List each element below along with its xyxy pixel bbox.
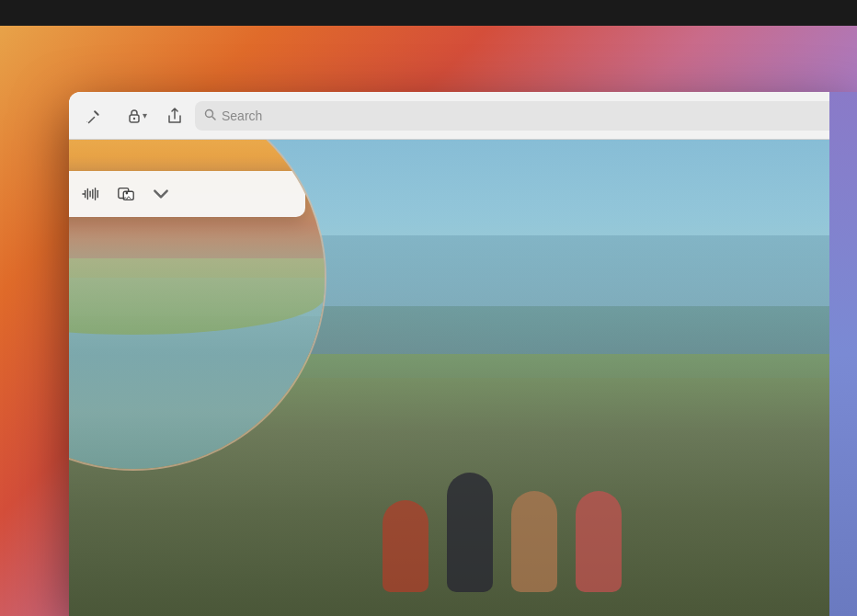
magnifier-circle: Aa <box>69 140 326 471</box>
person-1 <box>383 500 428 592</box>
toolbar-left <box>80 103 106 129</box>
person-4 <box>576 491 622 592</box>
edit-icon-button[interactable] <box>80 103 106 129</box>
lock-button[interactable]: ▾ <box>120 105 154 127</box>
safari-content: Aa <box>69 140 857 616</box>
svg-point-4 <box>206 109 213 117</box>
svg-rect-22 <box>124 191 134 200</box>
svg-rect-1 <box>94 109 99 115</box>
media-button[interactable] <box>117 185 135 203</box>
person-3 <box>511 491 557 592</box>
search-input-placeholder: Search <box>222 108 262 123</box>
magnifier-toolbar: Aa <box>69 171 305 217</box>
svg-rect-0 <box>87 116 95 123</box>
safari-toolbar: ▾ Search <box>69 92 857 140</box>
safari-window: ▾ Search <box>69 92 857 616</box>
address-bar-area: ▾ Search <box>120 101 846 131</box>
magnifier-content: Aa <box>69 140 325 469</box>
menu-bar <box>0 0 857 26</box>
right-sidebar <box>829 92 857 616</box>
search-bar[interactable]: Search <box>195 101 846 131</box>
waveform-button[interactable] <box>82 185 100 203</box>
svg-point-3 <box>133 117 135 119</box>
lock-chevron: ▾ <box>143 110 147 120</box>
person-2 <box>447 473 493 592</box>
more-button[interactable] <box>152 185 170 203</box>
search-icon <box>204 108 216 123</box>
share-button[interactable] <box>162 103 188 129</box>
svg-point-23 <box>126 191 129 194</box>
